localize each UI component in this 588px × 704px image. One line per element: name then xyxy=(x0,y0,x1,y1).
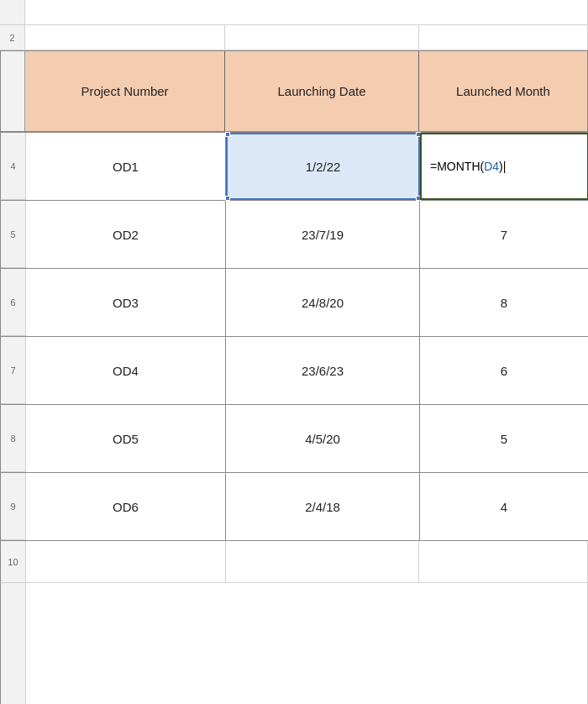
header-launching-date: Launching Date xyxy=(225,51,419,131)
table-row: 6 OD3 24/8/20 8 xyxy=(0,269,588,337)
formula-ref: D4 xyxy=(484,160,499,173)
handle-tl xyxy=(225,132,230,137)
row-num-5: 5 xyxy=(1,201,26,268)
main-table: Project Number Launching Date Launched M… xyxy=(0,50,588,541)
cell-project-od3: OD3 xyxy=(26,269,226,336)
od4-id: OD4 xyxy=(113,364,139,378)
od4-month: 6 xyxy=(501,364,507,378)
table-row: 7 OD4 23/6/23 6 xyxy=(0,337,588,405)
od6-id: OD6 xyxy=(113,500,139,514)
cell-month-od1-formula[interactable]: =MONTH(D4)| xyxy=(420,133,588,200)
cell-month-od4[interactable]: 6 xyxy=(420,337,588,404)
row-num-4: 4 xyxy=(1,133,26,200)
cell-date-od6[interactable]: 2/4/18 xyxy=(226,473,420,540)
od6-date: 2/4/18 xyxy=(305,500,340,514)
row-num-7: 7 xyxy=(1,337,26,404)
od5-month: 5 xyxy=(501,432,507,446)
od4-date: 23/6/23 xyxy=(302,364,344,378)
row-num-8: 8 xyxy=(1,405,26,472)
cell-month-od2[interactable]: 7 xyxy=(420,201,588,268)
header-launched-month: Launched Month xyxy=(419,51,588,131)
header-col1-label: Project Number xyxy=(81,84,168,98)
spreadsheet: 2 Project Number Launching Date Launched… xyxy=(0,0,588,704)
top-empty-rows: 2 xyxy=(0,0,588,50)
handle-bl xyxy=(225,196,230,201)
od2-month: 7 xyxy=(501,228,507,242)
formula-text: =MONTH(D4)| xyxy=(430,160,506,173)
cell-month-od6[interactable]: 4 xyxy=(420,473,588,540)
header-col3-label: Launched Month xyxy=(456,84,550,98)
table-row: 4 OD1 1/2/22 =MONTH(D4)| xyxy=(0,133,588,201)
cell-date-od2[interactable]: 23/7/19 xyxy=(226,201,420,268)
table-row: 5 OD2 23/7/19 7 xyxy=(0,201,588,269)
od3-id: OD3 xyxy=(113,296,139,310)
od1-date: 1/2/22 xyxy=(306,160,341,174)
cell-month-od3[interactable]: 8 xyxy=(420,269,588,336)
cell-date-od3[interactable]: 24/8/20 xyxy=(226,269,420,336)
header-row: Project Number Launching Date Launched M… xyxy=(0,51,588,133)
cell-project-od6: OD6 xyxy=(26,473,226,540)
row-num-6: 6 xyxy=(1,269,26,336)
cell-project-od5: OD5 xyxy=(26,405,226,472)
cell-date-od4[interactable]: 23/6/23 xyxy=(226,337,420,404)
header-project-number: Project Number xyxy=(25,51,225,131)
od5-date: 4/5/20 xyxy=(305,432,340,446)
cell-month-od5[interactable]: 5 xyxy=(420,405,588,472)
od2-date: 23/7/19 xyxy=(302,228,344,242)
bottom-empty-rows: 10 xyxy=(0,541,588,704)
header-col2-label: Launching Date xyxy=(277,84,365,98)
cell-project-od4: OD4 xyxy=(26,337,226,404)
table-row: 8 OD5 4/5/20 5 xyxy=(0,405,588,473)
od6-month: 4 xyxy=(501,500,507,514)
od3-date: 24/8/20 xyxy=(302,296,344,310)
table-row: 9 OD6 2/4/18 4 xyxy=(0,473,588,541)
row-num-9: 9 xyxy=(1,473,26,540)
cell-date-od1-selected[interactable]: 1/2/22 xyxy=(226,133,420,200)
cell-date-od5[interactable]: 4/5/20 xyxy=(226,405,420,472)
od2-id: OD2 xyxy=(113,228,139,242)
cell-project-od2: OD2 xyxy=(26,201,226,268)
cell-project-od1: OD1 xyxy=(26,133,226,200)
od1-id: OD1 xyxy=(113,160,139,174)
od5-id: OD5 xyxy=(113,432,139,446)
od3-month: 8 xyxy=(501,296,507,310)
